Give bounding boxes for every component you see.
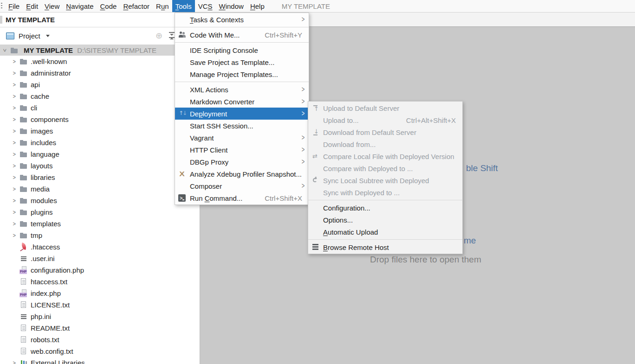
- tree-row[interactable]: htaccess.txt: [0, 276, 200, 287]
- menu-item-label: Sync with Deployed to ...: [323, 189, 400, 197]
- submenu-item-sync-local-subtree-with-deployed[interactable]: Sync Local Subtree with Deployed: [308, 174, 462, 186]
- submenu-item-download-from[interactable]: Download from...: [308, 138, 462, 150]
- menu-item-xml-actions[interactable]: XML Actions: [175, 83, 309, 96]
- file-type-icon: [19, 173, 28, 181]
- tree-row[interactable]: plugins: [0, 206, 200, 218]
- tree-row[interactable]: administrator: [0, 67, 200, 79]
- menu-item-run-command[interactable]: Run Command... Ctrl+Shift+X: [175, 192, 309, 204]
- tree-row[interactable]: images: [0, 125, 200, 137]
- menubar-item-edit[interactable]: Edit: [23, 0, 41, 12]
- tree-row[interactable]: .well-known: [0, 56, 200, 67]
- tree-row[interactable]: web.config.txt: [0, 345, 200, 357]
- chevron-right-icon[interactable]: [10, 232, 18, 239]
- tree-row[interactable]: modules: [0, 195, 200, 206]
- menu-item-icon: [178, 70, 187, 78]
- submenu-item-options[interactable]: Options...: [308, 214, 462, 226]
- chevron-right-icon[interactable]: [10, 185, 18, 192]
- tree-row[interactable]: media: [0, 183, 200, 195]
- tree-row[interactable]: cli: [0, 102, 200, 114]
- submenu-item-download-from-default-server[interactable]: Download from Default Server: [308, 126, 462, 138]
- menubar-item-run[interactable]: Run: [153, 0, 172, 12]
- chevron-right-icon[interactable]: [10, 70, 18, 77]
- tree-row-label: index.php: [31, 289, 61, 297]
- menu-item-manage-project-templates[interactable]: Manage Project Templates...: [175, 68, 309, 80]
- menu-item-vagrant[interactable]: Vagrant: [175, 132, 309, 144]
- project-view-selector[interactable]: Project: [19, 32, 40, 40]
- submenu-item-upload-to[interactable]: Upload to... Ctrl+Alt+Shift+X: [308, 114, 462, 126]
- menu-item-deployment[interactable]: Deployment: [175, 108, 309, 120]
- tree-row[interactable]: libraries: [0, 172, 200, 183]
- chevron-right-icon[interactable]: [10, 209, 18, 216]
- chevron-down-icon[interactable]: [46, 35, 50, 37]
- tree-row[interactable]: api: [0, 79, 200, 90]
- chevron-right-icon[interactable]: [10, 197, 18, 204]
- tree-row-external-libraries[interactable]: External Libraries: [0, 357, 200, 364]
- tree-row[interactable]: language: [0, 148, 200, 160]
- chevron-right-icon[interactable]: [10, 151, 18, 158]
- tree-row[interactable]: .user.ini: [0, 253, 200, 264]
- menu-item-markdown-converter[interactable]: Markdown Converter: [175, 96, 309, 108]
- file-type-icon: [19, 197, 28, 204]
- menu-item-icon: [311, 188, 320, 197]
- menu-item-start-ssh-session[interactable]: Start SSH Session...: [175, 120, 309, 132]
- tree-row[interactable]: php.ini: [0, 311, 200, 322]
- tree-row[interactable]: README.txt: [0, 322, 200, 334]
- chevron-right-icon[interactable]: [10, 104, 18, 111]
- menubar-item-window[interactable]: Window: [216, 0, 247, 12]
- tree-row[interactable]: templates: [0, 218, 200, 230]
- tree-root-row[interactable]: MY TEMPLATE D:\SITES\MY TEMPLATE: [0, 45, 200, 56]
- submenu-item-compare-with-deployed-to[interactable]: Compare with Deployed to ...: [308, 162, 462, 174]
- submenu-item-sync-with-deployed-to[interactable]: Sync with Deployed to ...: [308, 186, 462, 198]
- menu-item-composer[interactable]: Composer: [175, 180, 309, 192]
- submenu-item-upload-to-default-server[interactable]: Upload to Default Server: [308, 102, 462, 114]
- submenu-item-compare-local-file-with-deployed-version[interactable]: Compare Local File with Deployed Version: [308, 150, 462, 162]
- chevron-right-icon[interactable]: [10, 93, 18, 100]
- tree-row[interactable]: tmp: [0, 230, 200, 241]
- menubar-item-code[interactable]: Code: [97, 0, 120, 12]
- menubar-item-refactor[interactable]: Refactor: [120, 0, 153, 12]
- menu-item-label: Markdown Converter: [190, 98, 254, 106]
- menubar-item-navigate[interactable]: Navigate: [63, 0, 97, 12]
- menu-item-ide-scripting-console[interactable]: IDE Scripting Console: [175, 44, 309, 56]
- chevron-right-icon[interactable]: [10, 128, 18, 134]
- chevron-right-icon[interactable]: [10, 139, 18, 146]
- menu-item-http-client[interactable]: HTTP Client: [175, 144, 309, 156]
- chevron-right-icon[interactable]: [10, 58, 18, 65]
- tree-row[interactable]: configuration.php: [0, 264, 200, 276]
- tree-row[interactable]: layouts: [0, 160, 200, 172]
- tree-row[interactable]: .htaccess: [0, 241, 200, 253]
- file-type-icon: [19, 162, 28, 170]
- locate-button[interactable]: [154, 30, 166, 42]
- menu-item-icon: [311, 128, 320, 136]
- tree-row[interactable]: includes: [0, 137, 200, 148]
- tree-row[interactable]: cache: [0, 90, 200, 102]
- menubar-item-file[interactable]: File: [5, 0, 23, 12]
- menu-item-label: Compare with Deployed to ...: [323, 165, 413, 172]
- menu-item-save-project-as-template[interactable]: Save Project as Template...: [175, 56, 309, 68]
- menu-item-icon: [178, 194, 186, 202]
- menu-item-code-with-me[interactable]: Code With Me... Ctrl+Shift+Y: [175, 29, 309, 41]
- chevron-right-icon[interactable]: [10, 220, 18, 227]
- chevron-right-icon[interactable]: [10, 116, 18, 123]
- tree-row[interactable]: index.php: [0, 287, 200, 299]
- tree-row[interactable]: LICENSE.txt: [0, 299, 200, 311]
- menu-item-tasks-and-contexts[interactable]: Tasks & Contexts: [175, 13, 309, 26]
- menubar-item-tools[interactable]: Tools: [172, 0, 195, 12]
- menu-item-label: Start SSH Session...: [190, 122, 253, 130]
- submenu-item-automatic-upload[interactable]: Automatic Upload: [308, 226, 462, 238]
- chevron-right-icon[interactable]: [10, 81, 18, 88]
- chevron-right-icon[interactable]: [10, 162, 18, 169]
- submenu-item-browse-remote-host[interactable]: Browse Remote Host: [308, 241, 462, 253]
- chevron-right-icon[interactable]: [10, 359, 18, 364]
- menu-item-dbgp-proxy[interactable]: DBGp Proxy: [175, 156, 309, 168]
- menubar-item-vcs[interactable]: VCS: [195, 0, 216, 12]
- menubar-item-view[interactable]: View: [41, 0, 63, 12]
- project-toolbar: Project: [0, 27, 200, 45]
- submenu-item-configuration[interactable]: Configuration...: [308, 202, 462, 214]
- tree-row[interactable]: components: [0, 114, 200, 125]
- chevron-expanded-icon[interactable]: [1, 47, 9, 54]
- chevron-right-icon[interactable]: [10, 174, 18, 181]
- menu-item-analyze-xdebug-profiler-snapshot[interactable]: Analyze Xdebug Profiler Snapshot...: [175, 168, 309, 180]
- menubar-item-help[interactable]: Help: [247, 0, 268, 12]
- tree-row[interactable]: robots.txt: [0, 334, 200, 345]
